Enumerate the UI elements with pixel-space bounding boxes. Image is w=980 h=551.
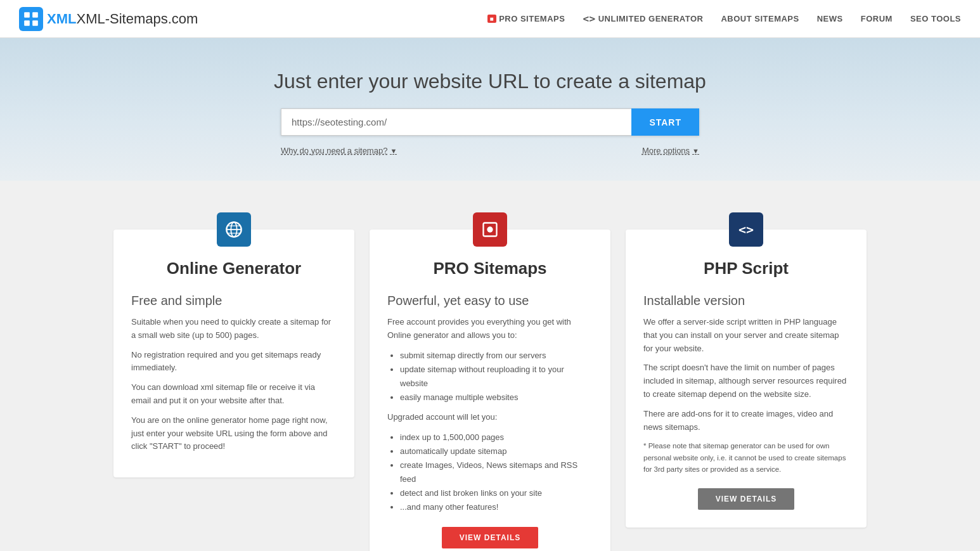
svg-rect-2 <box>24 20 30 26</box>
online-generator-text-4: You are on the online generator home pag… <box>131 414 337 453</box>
cards-section: Online Generator Free and simple Suitabl… <box>0 181 980 551</box>
card-pro-sitemaps: PRO Sitemaps Powerful, yet easy to use F… <box>370 212 610 551</box>
list-item: easily manage multiple websites <box>400 391 593 405</box>
php-script-text-1: We offer a server-side script written in… <box>643 316 849 355</box>
pro-sitemaps-list2-intro: Upgraded account will let you: <box>387 411 593 424</box>
pro-sitemaps-icon-box <box>473 212 507 247</box>
php-script-text-4: * Please note that sitemap generator can… <box>643 440 849 475</box>
php-script-btn-row: VIEW DETAILS <box>643 488 849 510</box>
pro-sitemaps-icon <box>481 221 499 238</box>
globe-icon <box>225 221 243 238</box>
nav-item-news[interactable]: NEWS <box>817 14 843 23</box>
nav-link-unlimited-generator[interactable]: <> UNLIMITED GENERATOR <box>583 13 703 25</box>
list-item: update sitemap without reuploading it to… <box>400 363 593 391</box>
list-item: create Images, Videos, News sitemaps and… <box>400 458 593 486</box>
logo-xml: XML <box>47 11 76 27</box>
list-item: ...and many other features! <box>400 500 593 514</box>
pro-sitemaps-subtitle: Powerful, yet easy to use <box>387 294 593 308</box>
hero-links: Why do you need a sitemap? ▼ More option… <box>281 146 699 155</box>
online-generator-text-1: Suitable when you need to quickly create… <box>131 316 337 342</box>
list-item: index up to 1,500,000 pages <box>400 431 593 444</box>
online-generator-subtitle: Free and simple <box>131 294 337 308</box>
logo-text: XMLXML-Sitemaps.com <box>47 11 198 27</box>
php-script-subtitle: Installable version <box>643 294 849 308</box>
pro-sitemaps-card: PRO Sitemaps Powerful, yet easy to use F… <box>370 230 610 551</box>
pro-sitemaps-list2: index up to 1,500,000 pages automaticall… <box>387 431 593 515</box>
pro-icon: ■ <box>487 15 497 23</box>
pro-sitemaps-title: PRO Sitemaps <box>387 259 593 278</box>
nav-link-about-sitemaps[interactable]: ABOUT SITEMAPS <box>721 14 799 23</box>
online-generator-card: Online Generator Free and simple Suitabl… <box>113 230 354 477</box>
nav-item-about-sitemaps[interactable]: ABOUT SITEMAPS <box>721 14 799 23</box>
nav-link-seo-tools[interactable]: SEO TOOLS <box>910 14 961 23</box>
pro-sitemaps-list1: submit sitemap directly from our servers… <box>387 349 593 405</box>
online-generator-text-2: No registration required and you get sit… <box>131 349 337 375</box>
pro-sitemaps-btn-row: VIEW DETAILS <box>387 527 593 548</box>
chevron-down-icon: ▼ <box>390 147 397 155</box>
nav-links: ■ PRO SITEMAPS <> UNLIMITED GENERATOR AB… <box>487 13 961 25</box>
php-script-icon-box: <> <box>729 212 763 247</box>
online-generator-icon-box <box>217 212 251 247</box>
start-button[interactable]: START <box>631 108 699 136</box>
list-item: automatically update sitemap <box>400 444 593 458</box>
logo-icon <box>19 7 43 31</box>
more-options-link[interactable]: More options ▼ <box>642 146 699 155</box>
url-input[interactable] <box>281 108 631 136</box>
php-script-text-2: The script doesn't have the limit on num… <box>643 361 849 401</box>
svg-point-10 <box>487 226 493 232</box>
code-icon: <> <box>738 222 754 237</box>
svg-rect-0 <box>24 12 30 18</box>
code-brackets-icon: <> <box>583 13 595 25</box>
nav-item-unlimited-generator[interactable]: <> UNLIMITED GENERATOR <box>583 13 703 25</box>
svg-rect-1 <box>32 12 38 18</box>
nav-link-forum[interactable]: FORUM <box>861 14 893 23</box>
nav-item-forum[interactable]: FORUM <box>861 14 893 23</box>
list-item: submit sitemap directly from our servers <box>400 349 593 363</box>
php-script-card: PHP Script Installable version We offer … <box>626 230 867 528</box>
list-item: detect and list broken links on your sit… <box>400 486 593 500</box>
card-php-script: <> PHP Script Installable version We off… <box>626 212 867 528</box>
pro-sitemaps-text-1: Free account provides you everything you… <box>387 316 593 342</box>
nav-link-news[interactable]: NEWS <box>817 14 843 23</box>
card-online-generator: Online Generator Free and simple Suitabl… <box>113 212 354 477</box>
online-generator-title: Online Generator <box>131 259 337 278</box>
url-form: START <box>281 108 699 136</box>
online-generator-text-3: You can download xml sitemap file or rec… <box>131 381 337 408</box>
navbar: XMLXML-Sitemaps.com ■ PRO SITEMAPS <> UN… <box>0 0 980 38</box>
nav-item-seo-tools[interactable]: SEO TOOLS <box>910 14 961 23</box>
php-script-title: PHP Script <box>643 259 849 278</box>
php-script-view-details-button[interactable]: VIEW DETAILS <box>698 488 794 510</box>
nav-item-pro-sitemaps[interactable]: ■ PRO SITEMAPS <box>487 14 565 23</box>
why-sitemap-link[interactable]: Why do you need a sitemap? ▼ <box>281 146 397 155</box>
svg-rect-3 <box>32 20 38 26</box>
pro-sitemaps-view-details-button[interactable]: VIEW DETAILS <box>442 527 538 548</box>
hero-section: Just enter your website URL to create a … <box>0 38 980 181</box>
nav-link-pro-sitemaps[interactable]: ■ PRO SITEMAPS <box>487 14 565 23</box>
hero-title: Just enter your website URL to create a … <box>13 70 967 93</box>
chevron-down-icon-2: ▼ <box>692 147 699 155</box>
php-script-text-3: There are add-ons for it to create image… <box>643 408 849 434</box>
site-logo[interactable]: XMLXML-Sitemaps.com <box>19 7 198 31</box>
